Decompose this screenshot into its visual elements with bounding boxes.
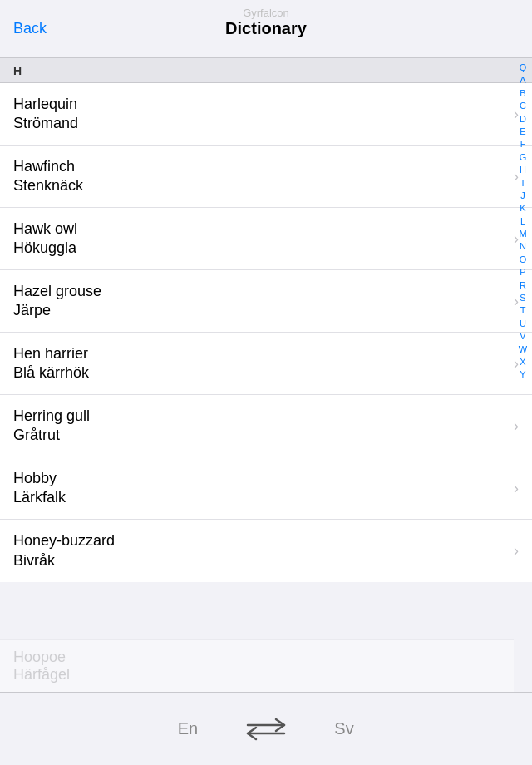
language-to[interactable]: Sv [319, 719, 369, 738]
alpha-letter-l[interactable]: L [520, 215, 525, 228]
item-swedish: Strömand [13, 114, 78, 133]
alpha-letter-o[interactable]: O [520, 254, 527, 266]
alpha-letter-d[interactable]: D [520, 113, 526, 126]
alpha-letter-y[interactable]: Y [520, 368, 525, 381]
alpha-letter-r[interactable]: R [520, 279, 526, 292]
ghost-nav-text: Gyrfalcon [243, 7, 289, 19]
item-swedish: Gråtrut [13, 426, 90, 445]
alpha-letter-e[interactable]: E [520, 126, 525, 138]
ghost-line1: Hoopoe [13, 649, 66, 665]
alpha-letter-f[interactable]: F [520, 138, 526, 151]
alpha-letter-q[interactable]: Q [520, 62, 527, 74]
item-english: Hazel grouse [13, 282, 101, 301]
alpha-letter-b[interactable]: B [520, 87, 525, 100]
item-english: Hawk owl [13, 220, 77, 239]
alpha-letter-k[interactable]: K [520, 202, 525, 215]
section-header-h: H [0, 58, 532, 83]
section-letter: H [13, 64, 22, 77]
alphabet-index: QABCDEFGHIJKLMNOPRSTUVWXY [514, 58, 532, 385]
bird-list: HarlequinStrömand›HawfinchStenknäck›Hawk… [0, 83, 532, 582]
alpha-letter-u[interactable]: U [520, 318, 526, 330]
alpha-letter-a[interactable]: A [520, 74, 525, 86]
list-item[interactable]: Hazel grouseJärpe› [0, 270, 532, 333]
alpha-letter-n[interactable]: N [520, 240, 526, 253]
alpha-letter-x[interactable]: X [520, 356, 525, 368]
navigation-bar: Gyrfalcon Back Dictionary [0, 0, 532, 58]
alpha-letter-h[interactable]: H [520, 164, 526, 176]
alpha-letter-g[interactable]: G [520, 151, 527, 164]
back-button[interactable]: Back [13, 20, 47, 37]
ghost-list-items: Hoopoe Härfågel [0, 639, 514, 692]
chevron-right-icon: › [514, 542, 519, 560]
list-item[interactable]: Honey-buzzardBivråk› [0, 520, 532, 582]
item-english: Harlequin [13, 95, 78, 114]
alpha-letter-w[interactable]: W [519, 343, 527, 356]
language-from[interactable]: En [163, 719, 213, 738]
alpha-letter-j[interactable]: J [520, 190, 525, 202]
list-item[interactable]: HarlequinStrömand› [0, 83, 532, 146]
list-item[interactable]: Herring gullGråtrut› [0, 395, 532, 457]
alpha-letter-m[interactable]: M [519, 228, 526, 240]
alpha-letter-c[interactable]: C [520, 100, 526, 112]
list-item[interactable]: Hen harrierBlå kärrhök› [0, 333, 532, 395]
item-swedish: Bivråk [13, 551, 115, 570]
swap-languages-icon[interactable] [246, 718, 286, 741]
item-english: Hobby [13, 469, 66, 488]
item-swedish: Lärkfalk [13, 488, 66, 507]
bottom-toolbar: En Sv [0, 692, 532, 765]
item-swedish: Järpe [13, 301, 101, 320]
item-swedish: Stenknäck [13, 176, 83, 195]
chevron-right-icon: › [514, 417, 519, 435]
item-english: Hawfinch [13, 157, 83, 176]
item-swedish: Hökuggla [13, 239, 77, 258]
list-item[interactable]: HobbyLärkfalk› [0, 457, 532, 520]
item-english: Honey-buzzard [13, 531, 115, 550]
alpha-letter-v[interactable]: V [520, 330, 525, 343]
item-english: Hen harrier [13, 344, 89, 363]
ghost-line2: Härfågel [13, 666, 70, 683]
item-english: Herring gull [13, 407, 90, 426]
chevron-right-icon: › [514, 480, 519, 497]
list-item[interactable]: Hawk owlHökuggla› [0, 208, 532, 270]
item-swedish: Blå kärrhök [13, 363, 89, 382]
alpha-letter-i[interactable]: I [521, 177, 524, 190]
alpha-letter-s[interactable]: S [520, 292, 525, 304]
alpha-letter-t[interactable]: T [520, 304, 526, 317]
alpha-letter-p[interactable]: P [520, 266, 525, 279]
list-item[interactable]: HawfinchStenknäck› [0, 146, 532, 208]
page-title: Dictionary [225, 19, 307, 38]
